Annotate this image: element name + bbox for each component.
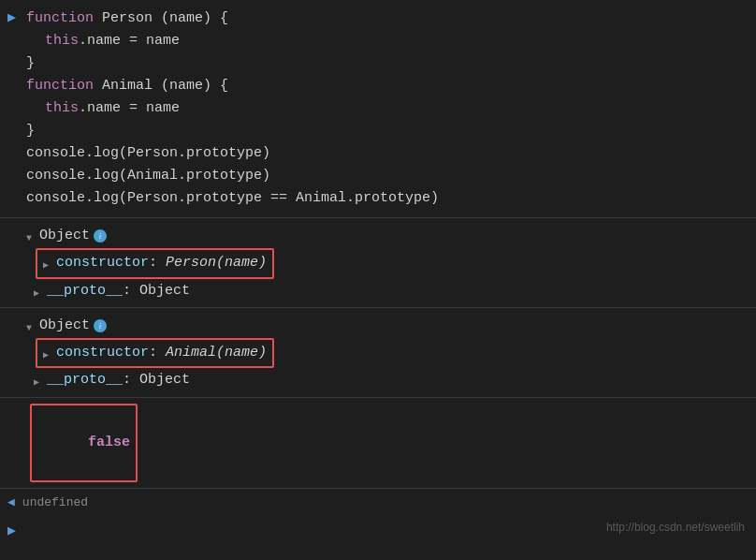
code-brace-1: } [26, 52, 35, 75]
code-line-6: } [0, 120, 756, 142]
proto-colon-2: : [123, 368, 139, 392]
proto-value-1: Object [139, 279, 190, 303]
object1-proto-row: ▶ __proto__ : Object [0, 279, 756, 303]
arrow-gutter-1: ▶ [7, 7, 26, 30]
constructor-box-1: ▶ constructor : Person(name) [36, 248, 274, 278]
constructor-value-2: Animal(name) [166, 341, 267, 365]
code-line-1: ▶ function Person (name) { [0, 7, 756, 30]
code-line-5: this .name = name [19, 97, 756, 120]
expand-constructor-2[interactable]: ▶ [43, 347, 54, 359]
proto-colon-1: : [123, 279, 139, 303]
expand-proto-2[interactable]: ▶ [34, 375, 45, 386]
code-line-8: console.log(Animal.prototype) [0, 165, 756, 187]
code-line-2: this .name = name [19, 30, 756, 52]
output-object-1: ▼ Object i ▶ constructor : Person(name) … [0, 218, 756, 308]
code-text-5: .name = name [79, 97, 180, 120]
object2-constructor-row: ▶ constructor : Animal(name) [0, 338, 756, 368]
object2-proto-row: ▶ __proto__ : Object [0, 368, 756, 392]
code-line-3: } [0, 52, 756, 75]
constructor-colon-2: : [149, 341, 166, 365]
console-panel: ▶ function Person (name) { this .name = … [0, 0, 756, 560]
expand-icon-obj2[interactable]: ▼ [26, 320, 37, 332]
code-line-4: function Animal (name) { [0, 75, 756, 97]
code-brace-2: } [26, 120, 35, 142]
expand-proto-1[interactable]: ▶ [34, 286, 45, 297]
watermark: http://blog.csdn.net/sweetlih [606, 521, 745, 534]
info-icon-2[interactable]: i [94, 319, 107, 332]
bottom-section: ◀ undefined [0, 488, 756, 518]
expand-icon-obj1[interactable]: ▼ [26, 230, 37, 242]
prompt-icon: ▶ [7, 522, 16, 539]
expand-constructor-1[interactable]: ▶ [43, 258, 54, 269]
proto-key-2: __proto__ [47, 368, 123, 392]
code-text-2: .name = name [79, 30, 180, 52]
code-section: ▶ function Person (name) { this .name = … [0, 0, 756, 218]
code-line-9: console.log(Person.prototype == Animal.p… [0, 187, 756, 210]
bool-result-line: false [0, 398, 756, 489]
proto-key-1: __proto__ [47, 279, 123, 303]
false-value: false [88, 435, 130, 450]
code-text-4: Animal (name) { [94, 75, 228, 97]
constructor-box-2: ▶ constructor : Animal(name) [36, 338, 274, 368]
undefined-text: undefined [22, 493, 88, 514]
keyword-function-2: function [26, 75, 94, 97]
keyword-function-1: function [26, 7, 94, 30]
constructor-value-1: Person(name) [166, 251, 267, 275]
constructor-key-2: constructor [56, 341, 149, 365]
object2-header: ▼ Object i [0, 314, 756, 338]
info-icon-1[interactable]: i [94, 229, 107, 243]
object1-constructor-row: ▶ constructor : Person(name) [0, 248, 756, 278]
code-console-2: console.log(Animal.prototype) [26, 165, 270, 187]
constructor-key-1: constructor [56, 251, 149, 275]
proto-value-2: Object [139, 368, 190, 392]
undefined-line: ◀ undefined [7, 493, 749, 514]
object2-label: Object [39, 314, 90, 338]
object1-header: ▼ Object i [0, 224, 756, 248]
code-line-7: console.log(Person.prototype) [0, 142, 756, 165]
keyword-this-2: this [45, 97, 79, 120]
code-console-1: console.log(Person.prototype) [26, 142, 270, 165]
code-console-3: console.log(Person.prototype == Animal.p… [26, 187, 439, 210]
output-object-2: ▼ Object i ▶ constructor : Animal(name) … [0, 308, 756, 398]
false-box: false [30, 404, 138, 483]
object1-label: Object [39, 224, 90, 248]
code-text-1: Person (name) { [94, 7, 228, 30]
keyword-this-1: this [45, 30, 79, 52]
left-arrow-icon: ◀ [7, 493, 15, 514]
constructor-colon-1: : [149, 251, 166, 275]
